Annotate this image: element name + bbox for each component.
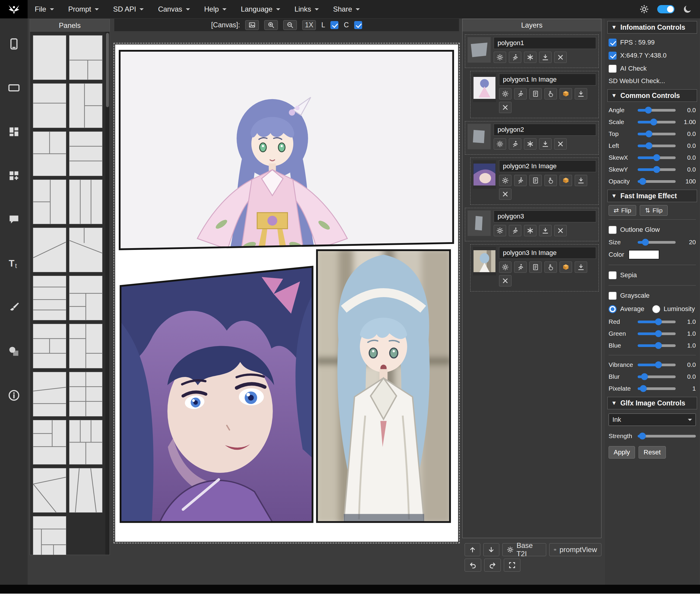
panel-template-thumb[interactable]: [33, 516, 66, 555]
slider-thumb[interactable]: [646, 143, 652, 149]
layer-prompt-button[interactable]: [529, 88, 542, 99]
grayscale-checkbox[interactable]: [608, 292, 617, 300]
menu-links[interactable]: Links: [288, 0, 326, 18]
app-logo[interactable]: [0, 0, 28, 18]
slider-thumb[interactable]: [645, 107, 652, 114]
layer-shape-thumbnail[interactable]: [468, 37, 491, 63]
layer-download-button[interactable]: [539, 138, 552, 150]
layer-settings-button[interactable]: [499, 175, 511, 186]
layer-drag-button[interactable]: [545, 262, 557, 273]
vibrance-slider[interactable]: [638, 364, 676, 366]
layer-settings-button[interactable]: [494, 52, 506, 63]
panel-template-thumb[interactable]: [69, 83, 102, 128]
layer-3d-button[interactable]: [559, 175, 572, 186]
panel-template-thumb[interactable]: [33, 324, 66, 368]
redo-button[interactable]: [484, 558, 501, 572]
landscape-canvas-button[interactable]: [5, 79, 23, 97]
top-slider[interactable]: [638, 133, 676, 135]
fullscreen-button[interactable]: [504, 558, 520, 572]
layer-image-thumbnail[interactable]: [473, 247, 496, 275]
layer-animate-button[interactable]: [514, 88, 527, 99]
layer-name-input[interactable]: polygon2 In Image: [499, 160, 596, 172]
panel-template-thumb[interactable]: [33, 179, 66, 224]
layer-name-input[interactable]: polygon2: [494, 124, 596, 135]
layers-visibility-checkbox[interactable]: [330, 21, 339, 29]
zoom-out-button[interactable]: [283, 20, 297, 30]
canvas-visibility-checkbox[interactable]: [354, 21, 362, 29]
glow-color-swatch[interactable]: [628, 250, 659, 259]
canvas-image-button[interactable]: [245, 20, 259, 30]
shapes-tool-button[interactable]: [5, 343, 23, 360]
panel-template-thumb[interactable]: [69, 372, 102, 417]
info-button[interactable]: [5, 387, 23, 404]
move-layer-up-button[interactable]: [465, 543, 480, 556]
layer-delete-button[interactable]: [554, 225, 567, 236]
panel-template-thumb[interactable]: [33, 468, 66, 513]
layer-animate-button[interactable]: [509, 225, 521, 236]
panel-template-thumb[interactable]: [69, 276, 102, 320]
layer-name-input[interactable]: polygon1 In Image: [499, 74, 596, 85]
fast-image-effect-header[interactable]: ▼ Fast Image Effect: [607, 190, 697, 202]
dark-mode-moon-icon[interactable]: [683, 4, 692, 14]
panel-template-thumb[interactable]: [33, 420, 66, 465]
layer-group-polygon2[interactable]: polygon2: [465, 121, 599, 155]
base-t2i-button[interactable]: Base T2I: [502, 543, 546, 556]
panel-template-thumb[interactable]: [33, 276, 66, 320]
panels-scrollbar[interactable]: [105, 32, 109, 555]
zoom-in-button[interactable]: [264, 20, 278, 30]
menu-language[interactable]: Language: [234, 0, 288, 18]
layer-subgroup-polygon2-in-image[interactable]: polygon2 In Image: [470, 157, 599, 205]
sepia-checkbox[interactable]: [608, 271, 617, 279]
speech-bubble-tool-button[interactable]: [5, 211, 23, 228]
scrollbar-thumb[interactable]: [106, 33, 109, 107]
slider-thumb[interactable]: [639, 178, 646, 185]
green-slider[interactable]: [638, 332, 676, 335]
layer-delete-button[interactable]: [554, 52, 567, 63]
slider-thumb[interactable]: [655, 342, 662, 349]
pixelate-slider[interactable]: [638, 387, 676, 390]
panel-template-thumb[interactable]: [69, 228, 102, 272]
layer-name-input[interactable]: polygon3 In Image: [499, 247, 596, 259]
panel-template-thumb[interactable]: [69, 468, 102, 513]
menu-file[interactable]: File: [28, 0, 61, 18]
slider-thumb[interactable]: [653, 166, 660, 173]
menu-sd-api[interactable]: SD API: [106, 0, 151, 18]
panel-template-thumb[interactable]: [69, 179, 102, 224]
layer-settings-button[interactable]: [494, 138, 506, 150]
layer-delete-button[interactable]: [499, 102, 511, 113]
scale-slider[interactable]: [638, 121, 676, 123]
layer-effect-button[interactable]: [524, 225, 536, 236]
slider-thumb[interactable]: [650, 119, 657, 126]
slider-thumb[interactable]: [653, 154, 660, 161]
layer-settings-button[interactable]: [494, 225, 506, 236]
angle-slider[interactable]: [638, 109, 676, 111]
left-slider[interactable]: [638, 145, 676, 147]
layer-download-button[interactable]: [539, 52, 552, 63]
panel-template-thumb[interactable]: [33, 228, 66, 272]
coordinates-checkbox[interactable]: [608, 52, 617, 60]
panel-template-thumb[interactable]: [33, 83, 66, 128]
apply-button[interactable]: Apply: [608, 446, 635, 458]
portrait-canvas-button[interactable]: [5, 35, 23, 53]
information-controls-header[interactable]: ▼ Infomation Controls: [607, 21, 697, 33]
menu-help[interactable]: Help: [197, 0, 234, 18]
slider-thumb[interactable]: [655, 319, 662, 325]
layer-effect-button[interactable]: [524, 138, 536, 150]
move-layer-down-button[interactable]: [483, 543, 499, 556]
layer-settings-button[interactable]: [499, 262, 511, 273]
panel-template-thumb[interactable]: [69, 35, 102, 80]
ai-check-checkbox[interactable]: [608, 65, 617, 73]
comic-page-canvas[interactable]: [115, 45, 458, 542]
layer-animate-button[interactable]: [514, 262, 527, 273]
panels-tool-button[interactable]: [5, 123, 23, 141]
layer-download-button[interactable]: [539, 225, 552, 236]
layer-settings-button[interactable]: [499, 88, 511, 99]
fps-checkbox[interactable]: [608, 39, 617, 47]
layer-shape-thumbnail[interactable]: [468, 210, 491, 236]
slider-thumb[interactable]: [646, 131, 652, 138]
layer-prompt-button[interactable]: [529, 175, 542, 186]
opacity-slider[interactable]: [638, 180, 676, 183]
strength-slider[interactable]: [638, 435, 696, 438]
panel-template-thumb[interactable]: [33, 131, 66, 176]
panel-template-thumb[interactable]: [33, 372, 66, 417]
